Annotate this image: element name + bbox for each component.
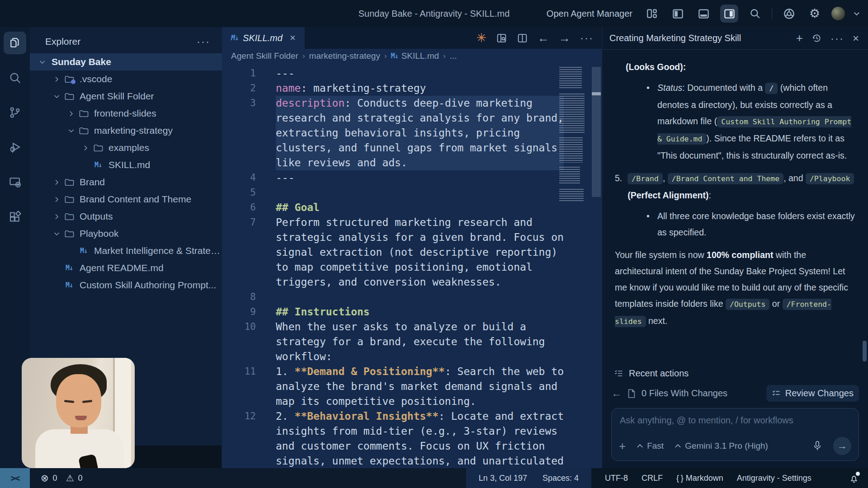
chevron-right-icon[interactable]: [51, 213, 62, 220]
code-line-6[interactable]: 6## Goal: [222, 200, 602, 215]
tab-label: SKILL.md: [243, 33, 283, 43]
breadcrumb-item-[interactable]: ...: [450, 51, 457, 61]
tree-item-market-intelligence-strategi[interactable]: M↓Market Intelligence & Strategi...: [30, 242, 222, 259]
warnings-count[interactable]: 0: [78, 474, 83, 483]
breadcrumb[interactable]: Agent Skill Folder›marketing-strategy›M↓…: [222, 49, 602, 63]
chevron-right-icon[interactable]: [65, 110, 77, 117]
code-line-11[interactable]: 111. **Demand & Positioning**: Search th…: [222, 364, 602, 409]
scrollbar-thumb[interactable]: [592, 67, 601, 197]
code-line-2[interactable]: 2name: marketing-strategy: [222, 81, 602, 96]
chevron-right-icon[interactable]: [51, 76, 62, 83]
tree-item-examples[interactable]: examples: [30, 139, 222, 156]
source-control-icon[interactable]: [4, 101, 26, 124]
code-line-12[interactable]: 122. **Behavioral Insights**: Locate and…: [222, 409, 602, 468]
settings-sync[interactable]: Antigravity - Settings: [737, 474, 811, 483]
tree-item-frontend-slides[interactable]: frontend-slides: [30, 105, 222, 122]
layout-panel-bottom-icon[interactable]: [694, 5, 712, 23]
recent-actions-row[interactable]: Recent actions: [602, 366, 868, 383]
breadcrumb-item-skill-md[interactable]: M↓SKILL.md: [391, 51, 439, 61]
layout-sidebar-left-icon[interactable]: [669, 5, 687, 23]
minimap[interactable]: [559, 67, 585, 206]
tab-skill-md[interactable]: M↓ SKILL.md ×: [222, 27, 305, 49]
code-line-1[interactable]: 1---: [222, 66, 602, 81]
code-line-3[interactable]: 3description: Conducts deep-dive marketi…: [222, 96, 602, 170]
tree-item-custom-skill-authoring-prompt[interactable]: M↓Custom Skill Authoring Prompt...: [30, 277, 222, 294]
back-arrow-icon[interactable]: ←: [538, 31, 549, 45]
chevron-down-icon[interactable]: [36, 59, 48, 66]
code-line-7[interactable]: 7Perform structured marketing research a…: [222, 215, 602, 290]
send-icon[interactable]: →: [833, 437, 851, 455]
panel-scrollbar-thumb[interactable]: [863, 341, 867, 361]
remote-indicator[interactable]: ><: [0, 468, 30, 488]
tree-item-agent-skill-folder[interactable]: Agent Skill Folder: [30, 88, 222, 105]
gemini-star-icon[interactable]: ✳: [476, 32, 486, 44]
chat-input[interactable]: [619, 415, 853, 426]
tree-item-brand[interactable]: Brand: [30, 174, 222, 191]
account-avatar[interactable]: [831, 7, 845, 20]
tree-item-playbook[interactable]: Playbook: [30, 225, 222, 242]
chat-input-box[interactable]: + Fast Gemini 3.1 Pro (High) →: [611, 408, 859, 461]
collapse-arrow-icon[interactable]: ←: [611, 387, 622, 399]
chevron-right-icon[interactable]: [51, 196, 62, 203]
code-line-5[interactable]: 5: [222, 185, 602, 200]
forward-arrow-icon[interactable]: →: [559, 31, 571, 45]
editor-scrollbar[interactable]: [590, 63, 602, 468]
tree-item-vscode[interactable]: .vscode: [30, 70, 222, 88]
review-changes-button[interactable]: Review Changes: [766, 385, 859, 402]
chevron-down-icon[interactable]: [51, 93, 62, 100]
extensions-icon[interactable]: [4, 206, 26, 228]
encoding[interactable]: UTF-8: [605, 474, 628, 483]
indentation[interactable]: Spaces: 4: [542, 474, 579, 483]
explorer-files-icon[interactable]: [4, 32, 26, 54]
panel-close-icon[interactable]: ×: [853, 32, 859, 45]
open-changes-icon[interactable]: [496, 33, 507, 44]
settings-gear-icon[interactable]: ⚙: [806, 5, 824, 23]
attach-plus-icon[interactable]: +: [619, 440, 626, 452]
files-with-changes-label[interactable]: 0 Files With Changes: [642, 388, 727, 399]
cursor-position[interactable]: Ln 3, Col 197: [479, 474, 527, 483]
errors-icon[interactable]: ⊗: [41, 473, 49, 483]
tree-item-skill-md[interactable]: M↓SKILL.md: [30, 156, 222, 174]
panel-more-icon[interactable]: ···: [830, 36, 844, 41]
chevron-down-icon[interactable]: [65, 127, 77, 134]
editor-more-icon[interactable]: ···: [580, 36, 594, 40]
code-line-4[interactable]: 4---: [222, 170, 602, 185]
browser-icon[interactable]: [780, 5, 798, 23]
code-line-9[interactable]: 9## Instructions: [222, 305, 602, 319]
eol-sequence[interactable]: CRLF: [642, 474, 663, 483]
mode-selector[interactable]: Fast: [637, 441, 664, 451]
chevron-right-icon[interactable]: [80, 145, 91, 151]
tree-item-outputs[interactable]: Outputs: [30, 208, 222, 225]
code-area[interactable]: 1---2name: marketing-strategy3descriptio…: [222, 63, 602, 468]
chevron-down-icon[interactable]: [51, 230, 62, 237]
tree-item-marketing-strategy[interactable]: marketing-strategy: [30, 122, 222, 139]
errors-count[interactable]: 0: [53, 474, 57, 483]
remote-window-icon[interactable]: [4, 171, 26, 193]
search-sidebar-icon[interactable]: [4, 66, 26, 89]
open-agent-manager-button[interactable]: Open Agent Manager: [547, 9, 632, 19]
breadcrumb-item-agent-skill-folder[interactable]: Agent Skill Folder: [231, 51, 298, 61]
mic-icon[interactable]: [812, 441, 822, 451]
code-line-10[interactable]: 10When the user asks to analyze or build…: [222, 319, 602, 364]
history-icon[interactable]: [811, 33, 822, 43]
agent-manager-icon[interactable]: [643, 5, 661, 23]
code-line-8[interactable]: 8: [222, 290, 602, 305]
search-icon[interactable]: [746, 5, 764, 23]
warnings-icon[interactable]: ⚠: [66, 473, 74, 483]
layout-sidebar-right-icon[interactable]: [720, 5, 738, 23]
explorer-more-icon[interactable]: ···: [197, 39, 210, 44]
split-editor-icon[interactable]: [517, 33, 528, 44]
breadcrumb-item-marketing-strategy[interactable]: marketing-strategy: [309, 51, 380, 61]
tree-item-brand-content-and-theme[interactable]: Brand Content and Theme: [30, 191, 222, 208]
new-conversation-icon[interactable]: +: [796, 31, 803, 45]
language-mode[interactable]: { } Markdown: [676, 474, 723, 483]
breadcrumb-separator: ›: [384, 52, 387, 61]
model-selector[interactable]: Gemini 3.1 Pro (High): [675, 441, 768, 451]
tree-item-sunday-bake[interactable]: Sunday Bake: [30, 53, 222, 70]
chevron-right-icon[interactable]: [51, 179, 62, 186]
run-debug-icon[interactable]: [4, 136, 26, 159]
notifications-bell-icon[interactable]: [849, 473, 859, 483]
tree-item-agent-readme-md[interactable]: M↓Agent README.md: [30, 259, 222, 277]
chevron-down-icon[interactable]: [853, 9, 861, 18]
tab-close-icon[interactable]: ×: [290, 32, 296, 44]
